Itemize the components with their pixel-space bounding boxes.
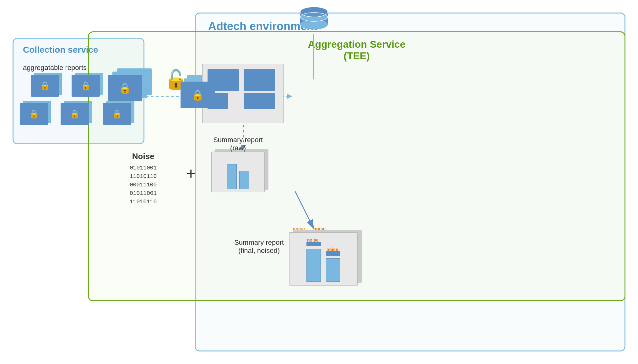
- aggregation-reports-stack: 🔒: [108, 68, 142, 95]
- summary-final-label: Summary report (final, noised): [232, 238, 286, 255]
- report-card-4: 🔒: [61, 103, 89, 125]
- report-card-5: 🔒: [103, 103, 131, 125]
- report-card-3: 🔒: [20, 103, 48, 125]
- noise-tag-bar2: noise: [313, 226, 326, 231]
- lock-icon-batch: 🔒: [192, 89, 204, 101]
- noise-tag-bar1: noise: [293, 226, 305, 231]
- lock-icon-4: 🔒: [70, 109, 80, 119]
- lock-icon-2: 🔒: [81, 81, 91, 91]
- noise-tag-1: noise: [307, 238, 319, 243]
- lock-icon-3: 🔒: [29, 109, 39, 119]
- noise-binary: 0101100111010110000111000101100111010110: [130, 164, 157, 206]
- collection-service-label: Collection service: [23, 45, 98, 55]
- report-card-2: 🔒: [72, 75, 100, 97]
- aggregation-service-label: Aggregation Service (TEE): [308, 39, 405, 62]
- lock-icon-agg: 🔒: [119, 82, 131, 94]
- summary-report-raw-card: [211, 152, 265, 192]
- noise-tag-2: noise: [327, 247, 338, 252]
- main-container: Adtech environment Collection service ag…: [0, 0, 638, 364]
- plus-sign: +: [186, 164, 196, 183]
- aggregatable-reports-label: aggregatable reports: [23, 64, 87, 72]
- report-card-1: 🔒: [31, 75, 59, 97]
- summary-final-card: noise noise: [289, 232, 358, 286]
- database-svg: [298, 6, 330, 35]
- noise-section: Noise 0101100111010110000111000101100111…: [130, 152, 157, 206]
- lock-icon-1: 🔒: [40, 81, 50, 91]
- lock-icon-5: 🔒: [112, 109, 122, 119]
- db-vertical-line: [313, 34, 314, 79]
- noise-label: Noise: [130, 152, 157, 161]
- summary-raw-label: Summary report (raw): [200, 136, 276, 152]
- database-icon: [298, 6, 330, 36]
